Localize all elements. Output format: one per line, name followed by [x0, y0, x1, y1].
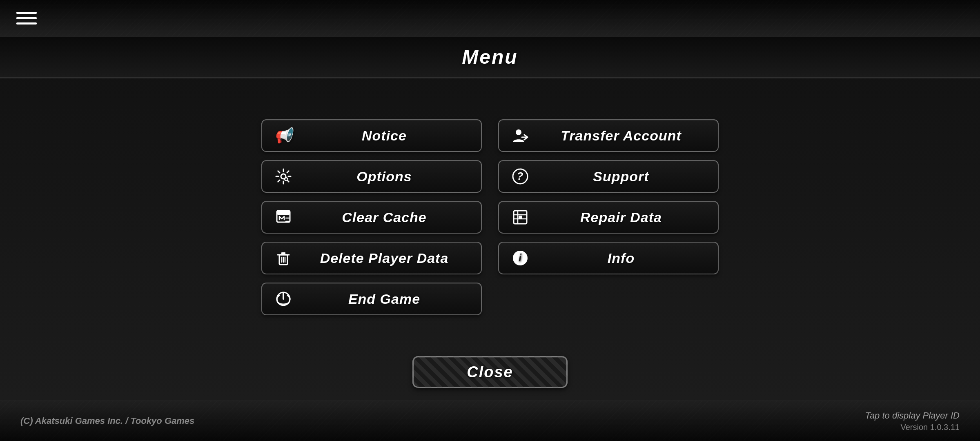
version-text: Version 1.0.3.11 [900, 423, 960, 432]
close-button[interactable]: Close [412, 356, 568, 388]
close-label: Close [467, 363, 513, 381]
close-button-wrap: Close [412, 356, 568, 388]
delete-player-data-button[interactable]: Delete Player Data [261, 242, 482, 274]
hamburger-menu-button[interactable] [16, 12, 37, 24]
button-row-3: Clear Cache Repair Data [261, 201, 719, 234]
svg-text:?: ? [517, 170, 524, 182]
info-button[interactable]: i Info [498, 242, 719, 274]
clear-cache-button[interactable]: Clear Cache [261, 201, 482, 234]
svg-point-3 [285, 178, 287, 180]
svg-text:i: i [519, 252, 522, 264]
transfer-account-label: Transfer Account [537, 128, 706, 144]
notice-label: Notice [300, 128, 469, 144]
repair-data-icon [511, 209, 529, 225]
info-label: Info [537, 250, 706, 266]
support-label: Support [537, 169, 706, 185]
end-game-icon [274, 291, 292, 307]
transfer-account-icon [511, 127, 529, 144]
empty-slot [498, 283, 719, 315]
svg-rect-12 [519, 216, 522, 219]
support-icon: ? [511, 168, 529, 185]
svg-point-0 [516, 129, 521, 135]
repair-data-button[interactable]: Repair Data [498, 201, 719, 234]
transfer-account-button[interactable]: Transfer Account [498, 119, 719, 152]
notice-icon: 📢 [274, 127, 292, 144]
support-button[interactable]: ? Support [498, 160, 719, 193]
svg-rect-15 [281, 252, 285, 255]
delete-player-data-label: Delete Player Data [300, 250, 469, 266]
options-button[interactable]: Options [261, 160, 482, 193]
tap-player-id-text[interactable]: Tap to display Player ID [865, 410, 960, 421]
end-game-button[interactable]: End Game [261, 283, 482, 315]
hamburger-line-2 [16, 17, 37, 19]
copyright-text: (C) Akatsuki Games Inc. / Tookyo Games [20, 416, 194, 426]
delete-player-data-icon [274, 250, 292, 266]
menu-title-bar: Menu [0, 37, 980, 78]
button-row-5: End Game [261, 283, 719, 315]
button-row-2: Options ? Support [261, 160, 719, 193]
svg-rect-7 [277, 211, 290, 215]
hamburger-line-3 [16, 22, 37, 24]
button-row-1: 📢 Notice Transfer Account [261, 119, 719, 152]
button-row-4: Delete Player Data i Info [261, 242, 719, 274]
bottom-bar: (C) Akatsuki Games Inc. / Tookyo Games T… [0, 400, 980, 441]
repair-data-label: Repair Data [537, 209, 706, 225]
menu-title: Menu [462, 46, 518, 68]
info-icon: i [511, 250, 529, 266]
end-game-label: End Game [300, 291, 469, 307]
options-label: Options [300, 169, 469, 185]
options-icon [274, 168, 292, 185]
menu-dialog: Menu 📢 Notice Transfer Account [0, 37, 980, 400]
menu-buttons-grid: 📢 Notice Transfer Account [261, 78, 719, 356]
clear-cache-icon [274, 209, 292, 225]
notice-button[interactable]: 📢 Notice [261, 119, 482, 152]
top-bar [0, 0, 980, 37]
hamburger-line-1 [16, 12, 37, 14]
clear-cache-label: Clear Cache [300, 209, 469, 225]
bottom-right-group: Tap to display Player ID Version 1.0.3.1… [865, 410, 960, 432]
